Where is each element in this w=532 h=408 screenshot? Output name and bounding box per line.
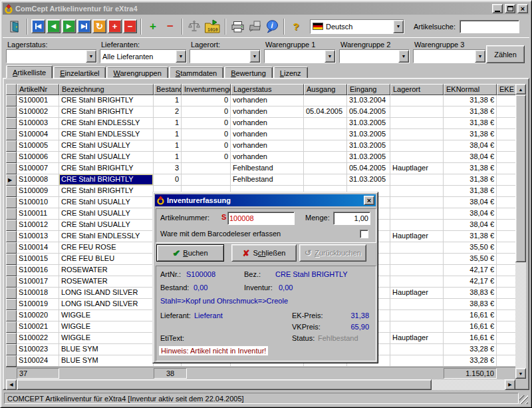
maximize-button[interactable]	[505, 4, 515, 13]
row-selector[interactable]	[6, 152, 17, 163]
delete-record-button[interactable]: −	[123, 19, 137, 33]
tab-artikelliste[interactable]: Artikelliste	[6, 65, 53, 79]
row-selector[interactable]	[6, 333, 17, 344]
column-header[interactable]: Ausgang	[304, 84, 347, 95]
vertical-scrollbar[interactable]: ▲ ▼	[515, 84, 526, 379]
horizontal-scrollbar[interactable]: ◀ ▶	[6, 379, 515, 390]
lieferanten-dropdown-button[interactable]: ▼	[176, 50, 186, 63]
row-selector[interactable]	[6, 129, 17, 140]
row-selector[interactable]	[6, 220, 17, 231]
row-selector[interactable]	[6, 288, 17, 299]
table-row[interactable]: S100006CRE Stahl USUALLY10vorhanden31.03…	[6, 152, 515, 163]
nav-last-button[interactable]: ▶	[77, 19, 91, 33]
column-header[interactable]: Bezeichnung	[59, 84, 154, 95]
artikelnummer-input[interactable]	[227, 212, 295, 225]
row-selector[interactable]	[6, 310, 17, 321]
row-selector[interactable]	[6, 321, 17, 333]
vertical-scroll-thumb[interactable]	[515, 95, 526, 262]
close-button[interactable]: ×	[517, 4, 528, 13]
row-selector[interactable]	[6, 231, 17, 242]
row-selector[interactable]	[6, 344, 17, 355]
row-selector[interactable]	[6, 163, 17, 174]
table-row[interactable]: S100003CRE Stahl ENDLESSLY10vorhanden31.…	[6, 118, 515, 129]
row-selector[interactable]	[6, 242, 17, 254]
column-header[interactable]: Eingang	[347, 84, 390, 95]
info-button[interactable]: i	[264, 19, 280, 35]
language-dropdown-button[interactable]: ▼	[393, 20, 404, 33]
warengruppe1-dropdown-button[interactable]: ▼	[325, 50, 335, 63]
vertical-scroll-track[interactable]	[515, 262, 526, 368]
tab-bewertung[interactable]: Bewertung	[224, 67, 273, 79]
tab-warengruppen[interactable]: Warengruppen	[106, 67, 168, 79]
warengruppe3-select[interactable]: ▼	[413, 49, 486, 63]
column-header[interactable]: Bestand	[154, 84, 182, 95]
minimize-button[interactable]	[492, 4, 503, 13]
table-row[interactable]: S100005CRE Stahl USUALLY10vorhanden31.03…	[6, 140, 515, 152]
zaehlen-button[interactable]: Zählen	[486, 45, 525, 63]
warengruppe1-select[interactable]: ▼	[264, 49, 336, 63]
row-selector[interactable]	[6, 265, 17, 276]
scroll-right-button[interactable]: ▶	[505, 379, 515, 390]
lieferanten-select[interactable]: Alle Lieferanten▼	[100, 49, 187, 63]
row-selector[interactable]	[6, 95, 17, 106]
warengruppe2-dropdown-button[interactable]: ▼	[398, 50, 409, 63]
article-search-input[interactable]	[460, 20, 519, 33]
row-selector[interactable]	[6, 254, 17, 265]
help-button[interactable]: ?	[288, 19, 304, 35]
tab-lizenz[interactable]: Lizenz	[273, 67, 308, 79]
language-select[interactable]: Deutsch ▼	[310, 19, 404, 34]
scroll-down-button[interactable]: ▼	[515, 368, 526, 379]
table-row[interactable]: S100001CRE Stahl BRIGHTLY10vorhanden31.0…	[6, 95, 515, 106]
horizontal-scroll-thumb[interactable]	[17, 379, 432, 390]
schliessen-button[interactable]: ✘ Schließen	[231, 244, 297, 262]
print-setup-button[interactable]	[247, 19, 263, 35]
column-header[interactable]: EKE	[497, 84, 515, 95]
lagerstatus-dropdown-button[interactable]: ▼	[86, 50, 96, 63]
scroll-up-button[interactable]: ▲	[515, 84, 526, 95]
row-selector[interactable]	[6, 140, 17, 152]
remove-article-button[interactable]: −	[162, 19, 178, 35]
lagerort-dropdown-button[interactable]: ▼	[249, 50, 260, 63]
barcode-checkbox[interactable]	[360, 230, 368, 238]
nav-first-button[interactable]: ◀	[31, 19, 45, 33]
row-selector[interactable]	[6, 208, 17, 220]
barcode-import-button[interactable]: 1010	[203, 19, 221, 35]
lagerstatus-select[interactable]: ▼	[6, 49, 97, 63]
tab-einzelartikel[interactable]: Einzelartikel	[53, 67, 106, 79]
exit-button[interactable]	[7, 19, 23, 35]
table-row[interactable]: S100004CRE Stahl ENDLESSLY10vorhanden31.…	[6, 129, 515, 140]
table-row[interactable]: S100007CRE Stahl BRIGHTLY3Fehlbestand05.…	[6, 163, 515, 174]
row-selector[interactable]: ▶	[6, 174, 17, 186]
nav-next-button[interactable]: ▶	[62, 19, 76, 33]
row-selector[interactable]	[6, 118, 17, 129]
dialog-close-button[interactable]: ×	[364, 196, 374, 205]
refresh-button[interactable]: ↻	[92, 19, 106, 33]
table-row[interactable]: S100002CRE Stahl BRIGHTLY20vorhanden05.0…	[6, 106, 515, 118]
row-selector[interactable]	[6, 355, 17, 367]
row-selector[interactable]	[6, 276, 17, 288]
column-header[interactable]: Lagerort	[390, 84, 444, 95]
row-selector[interactable]	[6, 197, 17, 208]
print-button[interactable]	[229, 19, 245, 35]
warengruppe3-dropdown-button[interactable]: ▼	[475, 50, 485, 63]
resize-grip-icon[interactable]	[519, 395, 528, 404]
row-selector[interactable]	[6, 106, 17, 118]
column-header[interactable]: ArtikelNr	[17, 84, 59, 95]
warengruppe2-select[interactable]: ▼	[339, 49, 410, 63]
row-selector[interactable]	[6, 186, 17, 197]
column-header[interactable]: Lagerstatus	[231, 84, 304, 95]
lagerort-select[interactable]: ▼	[190, 49, 261, 63]
menge-input[interactable]	[333, 212, 370, 225]
buchen-button[interactable]: ✔ Buchen	[156, 244, 224, 262]
insert-record-button[interactable]: +	[108, 19, 122, 33]
column-header[interactable]: Inventurmenge	[182, 84, 231, 95]
column-header[interactable]: EKNormal	[444, 84, 497, 95]
tab-stammdaten[interactable]: Stammdaten	[169, 67, 223, 79]
horizontal-scroll-track[interactable]	[432, 379, 505, 390]
scroll-left-button[interactable]: ◀	[6, 379, 17, 390]
table-row[interactable]: ▶S100008CRE Stahl BRIGHTLY0Fehlbestand31…	[6, 174, 515, 186]
row-selector[interactable]	[6, 299, 17, 310]
add-article-button[interactable]: +	[145, 19, 161, 35]
scale-button[interactable]	[186, 19, 202, 35]
nav-prev-button[interactable]: ◀	[47, 19, 61, 33]
